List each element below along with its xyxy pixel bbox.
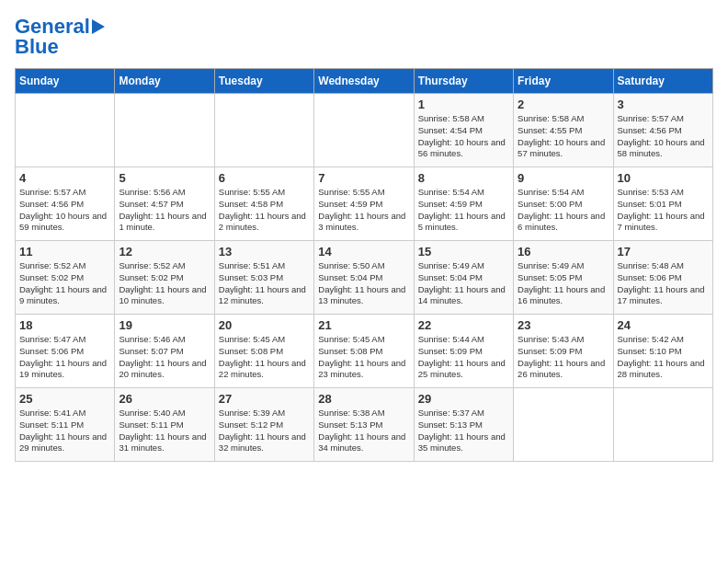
- day-info: Sunrise: 5:51 AM Sunset: 5:03 PM Dayligh…: [219, 260, 310, 307]
- col-header-tuesday: Tuesday: [214, 69, 313, 94]
- calendar-cell: [314, 94, 414, 167]
- col-header-monday: Monday: [115, 69, 214, 94]
- calendar-cell: [115, 94, 214, 167]
- day-number: 13: [219, 245, 310, 259]
- day-number: 10: [618, 171, 709, 185]
- day-info: Sunrise: 5:54 AM Sunset: 5:00 PM Dayligh…: [518, 187, 609, 234]
- day-number: 5: [119, 171, 210, 185]
- day-number: 4: [19, 171, 110, 185]
- day-info: Sunrise: 5:54 AM Sunset: 4:59 PM Dayligh…: [418, 187, 509, 234]
- calendar-cell: 26Sunrise: 5:40 AM Sunset: 5:11 PM Dayli…: [115, 388, 214, 462]
- day-number: 9: [518, 171, 609, 185]
- logo-blue-text: Blue: [15, 35, 59, 59]
- logo: General Blue: [15, 15, 105, 59]
- calendar-cell: 18Sunrise: 5:47 AM Sunset: 5:06 PM Dayli…: [16, 315, 115, 388]
- week-row-4: 18Sunrise: 5:47 AM Sunset: 5:06 PM Dayli…: [16, 315, 713, 388]
- day-info: Sunrise: 5:42 AM Sunset: 5:10 PM Dayligh…: [618, 334, 709, 381]
- day-info: Sunrise: 5:38 AM Sunset: 5:13 PM Dayligh…: [318, 408, 409, 454]
- day-number: 23: [518, 318, 609, 332]
- day-info: Sunrise: 5:41 AM Sunset: 5:11 PM Dayligh…: [19, 408, 110, 454]
- calendar-cell: 17Sunrise: 5:48 AM Sunset: 5:06 PM Dayli…: [613, 241, 712, 315]
- calendar-cell: 27Sunrise: 5:39 AM Sunset: 5:12 PM Dayli…: [214, 388, 313, 462]
- col-header-friday: Friday: [514, 69, 613, 94]
- day-number: 17: [618, 245, 709, 259]
- calendar-cell: 25Sunrise: 5:41 AM Sunset: 5:11 PM Dayli…: [16, 388, 115, 462]
- calendar-cell: 28Sunrise: 5:38 AM Sunset: 5:13 PM Dayli…: [314, 388, 414, 462]
- calendar-cell: 9Sunrise: 5:54 AM Sunset: 5:00 PM Daylig…: [514, 167, 613, 241]
- col-header-wednesday: Wednesday: [314, 69, 414, 94]
- page-header: General Blue: [15, 15, 713, 59]
- calendar-cell: 1Sunrise: 5:58 AM Sunset: 4:54 PM Daylig…: [414, 94, 513, 167]
- calendar-cell: 6Sunrise: 5:55 AM Sunset: 4:58 PM Daylig…: [214, 167, 313, 241]
- day-info: Sunrise: 5:37 AM Sunset: 5:13 PM Dayligh…: [418, 408, 509, 454]
- day-info: Sunrise: 5:40 AM Sunset: 5:11 PM Dayligh…: [119, 408, 210, 454]
- day-info: Sunrise: 5:43 AM Sunset: 5:09 PM Dayligh…: [518, 334, 609, 381]
- day-info: Sunrise: 5:50 AM Sunset: 5:04 PM Dayligh…: [318, 260, 409, 307]
- day-info: Sunrise: 5:45 AM Sunset: 5:08 PM Dayligh…: [318, 334, 409, 381]
- day-number: 22: [418, 318, 509, 332]
- week-row-5: 25Sunrise: 5:41 AM Sunset: 5:11 PM Dayli…: [16, 388, 713, 462]
- day-info: Sunrise: 5:49 AM Sunset: 5:05 PM Dayligh…: [518, 260, 609, 307]
- calendar-cell: 20Sunrise: 5:45 AM Sunset: 5:08 PM Dayli…: [214, 315, 313, 388]
- day-info: Sunrise: 5:45 AM Sunset: 5:08 PM Dayligh…: [219, 334, 310, 381]
- calendar-cell: 15Sunrise: 5:49 AM Sunset: 5:04 PM Dayli…: [414, 241, 513, 315]
- calendar-cell: 2Sunrise: 5:58 AM Sunset: 4:55 PM Daylig…: [514, 94, 613, 167]
- day-info: Sunrise: 5:55 AM Sunset: 4:58 PM Dayligh…: [219, 187, 310, 234]
- day-number: 18: [19, 318, 110, 332]
- day-info: Sunrise: 5:58 AM Sunset: 4:55 PM Dayligh…: [518, 113, 609, 160]
- calendar-cell: 10Sunrise: 5:53 AM Sunset: 5:01 PM Dayli…: [613, 167, 712, 241]
- calendar-cell: 3Sunrise: 5:57 AM Sunset: 4:56 PM Daylig…: [613, 94, 712, 167]
- day-info: Sunrise: 5:58 AM Sunset: 4:54 PM Dayligh…: [418, 113, 509, 160]
- day-info: Sunrise: 5:52 AM Sunset: 5:02 PM Dayligh…: [119, 260, 210, 307]
- calendar-cell: 11Sunrise: 5:52 AM Sunset: 5:02 PM Dayli…: [16, 241, 115, 315]
- calendar-cell: 23Sunrise: 5:43 AM Sunset: 5:09 PM Dayli…: [514, 315, 613, 388]
- calendar-cell: 8Sunrise: 5:54 AM Sunset: 4:59 PM Daylig…: [414, 167, 513, 241]
- day-number: 25: [19, 392, 110, 406]
- calendar-cell: [214, 94, 313, 167]
- calendar-cell: [514, 388, 613, 462]
- calendar-cell: 24Sunrise: 5:42 AM Sunset: 5:10 PM Dayli…: [613, 315, 712, 388]
- calendar-cell: [613, 388, 712, 462]
- day-info: Sunrise: 5:53 AM Sunset: 5:01 PM Dayligh…: [618, 187, 709, 234]
- day-number: 19: [119, 318, 210, 332]
- day-number: 6: [219, 171, 310, 185]
- day-number: 27: [219, 392, 310, 406]
- week-row-3: 11Sunrise: 5:52 AM Sunset: 5:02 PM Dayli…: [16, 241, 713, 315]
- day-number: 24: [618, 318, 709, 332]
- day-number: 11: [19, 245, 110, 259]
- calendar-cell: 22Sunrise: 5:44 AM Sunset: 5:09 PM Dayli…: [414, 315, 513, 388]
- day-number: 8: [418, 171, 509, 185]
- day-number: 16: [518, 245, 609, 259]
- day-number: 12: [119, 245, 210, 259]
- calendar-cell: 12Sunrise: 5:52 AM Sunset: 5:02 PM Dayli…: [115, 241, 214, 315]
- calendar-cell: 14Sunrise: 5:50 AM Sunset: 5:04 PM Dayli…: [314, 241, 414, 315]
- day-info: Sunrise: 5:39 AM Sunset: 5:12 PM Dayligh…: [219, 408, 310, 454]
- calendar-cell: 4Sunrise: 5:57 AM Sunset: 4:56 PM Daylig…: [16, 167, 115, 241]
- day-number: 3: [618, 98, 709, 111]
- week-row-2: 4Sunrise: 5:57 AM Sunset: 4:56 PM Daylig…: [16, 167, 713, 241]
- day-number: 21: [318, 318, 409, 332]
- calendar-table: SundayMondayTuesdayWednesdayThursdayFrid…: [15, 68, 713, 462]
- day-info: Sunrise: 5:57 AM Sunset: 4:56 PM Dayligh…: [19, 187, 110, 234]
- day-number: 2: [518, 98, 609, 111]
- calendar-cell: 13Sunrise: 5:51 AM Sunset: 5:03 PM Dayli…: [214, 241, 313, 315]
- day-number: 7: [318, 171, 409, 185]
- day-number: 29: [418, 392, 509, 406]
- calendar-cell: 21Sunrise: 5:45 AM Sunset: 5:08 PM Dayli…: [314, 315, 414, 388]
- day-info: Sunrise: 5:55 AM Sunset: 4:59 PM Dayligh…: [318, 187, 409, 234]
- day-info: Sunrise: 5:52 AM Sunset: 5:02 PM Dayligh…: [19, 260, 110, 307]
- day-number: 26: [119, 392, 210, 406]
- day-info: Sunrise: 5:48 AM Sunset: 5:06 PM Dayligh…: [618, 260, 709, 307]
- week-row-1: 1Sunrise: 5:58 AM Sunset: 4:54 PM Daylig…: [16, 94, 713, 167]
- logo-arrow-icon: [92, 19, 105, 34]
- day-info: Sunrise: 5:47 AM Sunset: 5:06 PM Dayligh…: [19, 334, 110, 381]
- day-info: Sunrise: 5:44 AM Sunset: 5:09 PM Dayligh…: [418, 334, 509, 381]
- day-number: 28: [318, 392, 409, 406]
- day-info: Sunrise: 5:57 AM Sunset: 4:56 PM Dayligh…: [618, 113, 709, 160]
- calendar-header-row: SundayMondayTuesdayWednesdayThursdayFrid…: [16, 69, 713, 94]
- col-header-saturday: Saturday: [613, 69, 712, 94]
- calendar-cell: 5Sunrise: 5:56 AM Sunset: 4:57 PM Daylig…: [115, 167, 214, 241]
- day-number: 15: [418, 245, 509, 259]
- calendar-cell: 19Sunrise: 5:46 AM Sunset: 5:07 PM Dayli…: [115, 315, 214, 388]
- day-number: 20: [219, 318, 310, 332]
